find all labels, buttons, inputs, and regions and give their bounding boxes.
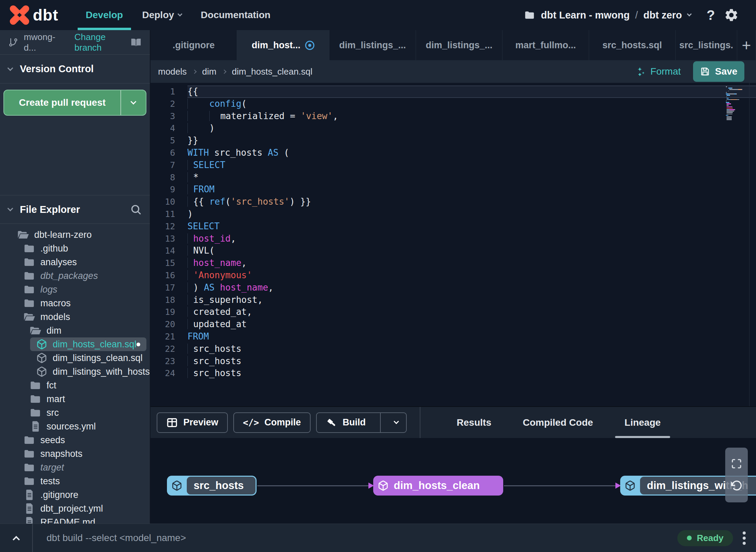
file-tree-item[interactable]: dbt_packages (0, 269, 150, 283)
file-tab[interactable]: mart_fullmo... (503, 30, 589, 60)
file-explorer-header[interactable]: File Explorer (0, 195, 150, 224)
code-line[interactable]: 15 host_name, (151, 257, 756, 269)
file-tab[interactable]: src_listings. (676, 30, 737, 60)
code-line[interactable]: 22 src_hosts (151, 343, 756, 355)
code-line[interactable]: 6WITH src_hosts AS ( (151, 147, 756, 159)
dbt-logo[interactable]: dbt (10, 5, 58, 25)
code-line[interactable]: 5}} (151, 134, 756, 147)
code-line[interactable]: 21FROM (151, 331, 756, 343)
file-tree-label: models (40, 312, 70, 322)
gear-icon[interactable] (724, 8, 739, 23)
code-line[interactable]: 16 'Anonymous' (151, 269, 756, 282)
version-control-header[interactable]: Version Control (0, 55, 150, 84)
folder-icon (23, 243, 36, 254)
code-line[interactable]: 7 SELECT (151, 159, 756, 171)
file-tree-item[interactable]: dbt-learn-zero (0, 228, 150, 242)
file-tab[interactable]: .gitignore (151, 30, 237, 60)
fullscreen-icon[interactable] (731, 458, 742, 469)
file-tab[interactable]: dim_listings_... (329, 30, 416, 60)
file-tab[interactable]: src_hosts.sql (589, 30, 676, 60)
refresh-icon[interactable] (731, 480, 742, 492)
editor-minimap[interactable] (726, 86, 747, 121)
file-tree-item[interactable]: target (0, 461, 150, 474)
file-tree-item[interactable]: sources.yml (0, 420, 150, 433)
line-number: 22 (151, 343, 187, 355)
format-button[interactable]: Format (635, 66, 681, 77)
code-line[interactable]: 12SELECT (151, 220, 756, 233)
code-line[interactable]: 10 {{ ref('src_hosts') }} (151, 196, 756, 208)
file-tree-item[interactable]: analyses (0, 255, 150, 269)
file-tree-item[interactable]: mart (0, 392, 150, 406)
panel-tab-lineage[interactable]: Lineage (609, 407, 677, 438)
file-tree-item[interactable]: seeds (0, 433, 150, 447)
file-tree-item[interactable]: .gitignore (0, 488, 150, 502)
code-editor[interactable]: 1{{2 config(3 materialized = 'view',4 )5… (151, 83, 756, 406)
kebab-menu-icon[interactable] (743, 531, 746, 545)
pull-request-dropdown[interactable] (121, 90, 146, 115)
file-explorer-title: File Explorer (20, 204, 80, 215)
file-tree-item[interactable]: src (0, 406, 150, 420)
command-input[interactable] (47, 532, 677, 543)
code-line[interactable]: 8 * (151, 171, 756, 184)
code-line[interactable]: 9 FROM (151, 183, 756, 196)
file-tree-item[interactable]: fct (0, 378, 150, 392)
editor-scrollbar[interactable] (749, 83, 750, 406)
file-tree-item[interactable]: dim_listings_clean.sql (0, 351, 150, 365)
code-line[interactable]: 23 src_hosts (151, 355, 756, 368)
file-tab[interactable]: dim_host... (237, 30, 329, 60)
code-line[interactable]: 2 config( (151, 98, 756, 110)
nav-item-develop[interactable]: Develop (76, 0, 133, 30)
file-tree-item[interactable]: dim_hosts_clean.sql (30, 337, 146, 351)
create-pull-request-button[interactable]: Create pull request (3, 90, 146, 116)
code-line[interactable]: 24 src_hosts (151, 367, 756, 380)
build-button-main[interactable]: Build (317, 413, 375, 432)
code-line[interactable]: 17 ) AS host_name, (151, 282, 756, 294)
code-line[interactable]: 20 updated_at (151, 318, 756, 331)
create-pull-request-label[interactable]: Create pull request (4, 90, 120, 115)
file-tree-item[interactable]: logs (0, 283, 150, 296)
code-line[interactable]: 19 created_at, (151, 306, 756, 318)
build-button[interactable]: Build (316, 412, 407, 433)
panel-tab-results[interactable]: Results (441, 407, 507, 438)
lineage-node[interactable]: dim_hosts_clean (373, 476, 503, 496)
line-number: 8 (151, 171, 187, 184)
code-line[interactable]: 13 host_id, (151, 233, 756, 245)
panel-tab-compiled-code[interactable]: Compiled Code (507, 407, 609, 438)
expand-command-bar-button[interactable] (0, 524, 33, 552)
compile-button[interactable]: </>Compile (233, 412, 310, 433)
nav-item-documentation[interactable]: Documentation (191, 0, 280, 30)
change-branch-link[interactable]: Change branch (75, 32, 130, 53)
file-tree-item[interactable]: tests (0, 474, 150, 488)
file-tree-item[interactable]: models (0, 310, 150, 324)
file-tree-item[interactable]: dim_listings_with_hosts... (0, 365, 150, 378)
help-icon[interactable]: ? (707, 8, 715, 23)
code-line[interactable]: 18 is_superhost, (151, 294, 756, 306)
file-tree-item[interactable]: snapshots (0, 447, 150, 461)
file-tab[interactable]: dim_listings_... (416, 30, 503, 60)
search-icon[interactable] (130, 204, 142, 215)
file-tree-item[interactable]: macros (0, 296, 150, 310)
file-tree-item[interactable]: dim (0, 324, 150, 337)
new-tab-button[interactable]: + (737, 30, 756, 60)
project-selector[interactable]: dbt Learn - mwong / dbt zero (524, 9, 691, 21)
file-tree-item[interactable]: README.md (0, 515, 150, 524)
code-line[interactable]: 4 ) (151, 122, 756, 134)
code-line[interactable]: 3 materialized = 'view', (151, 110, 756, 123)
lineage-node[interactable]: src_hosts (167, 476, 257, 496)
book-icon[interactable] (130, 36, 142, 49)
nav-item-deploy[interactable]: Deploy (132, 0, 191, 30)
save-button[interactable]: Save (693, 61, 744, 82)
code-line[interactable]: 1{{ (151, 86, 756, 98)
file-tree-item[interactable]: .github (0, 242, 150, 255)
lineage-canvas[interactable]: src_hostsdim_hosts_cleandim_listings_wit… (151, 438, 756, 524)
preview-button[interactable]: Preview (157, 412, 228, 433)
code-line[interactable]: 11) (151, 208, 756, 220)
build-button-dropdown[interactable] (386, 413, 406, 432)
primary-nav: DevelopDeployDocumentation (76, 0, 280, 30)
lineage-edge (257, 485, 373, 486)
code-line[interactable]: 14 NVL( (151, 245, 756, 257)
file-tree-item[interactable]: dbt_project.yml (0, 502, 150, 515)
line-number: 2 (151, 98, 187, 110)
line-content: {{ (187, 86, 756, 98)
minimap-line (726, 102, 747, 103)
